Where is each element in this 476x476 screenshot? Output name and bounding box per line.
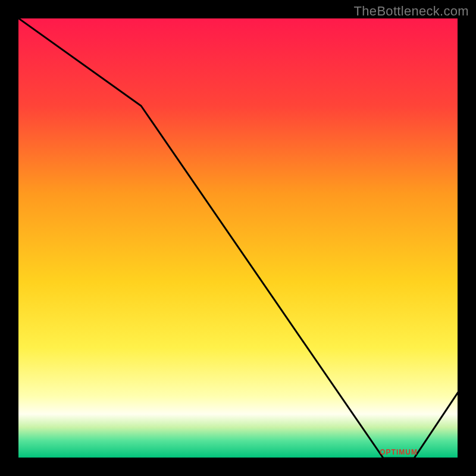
optimum-label: OPTIMUM [380,448,418,456]
chart-stage: TheBottleneck.com OPTIMUM [0,0,476,476]
plot-area: OPTIMUM [18,18,458,458]
gradient-background [18,18,458,458]
attribution-text: TheBottleneck.com [354,4,469,19]
chart-svg: OPTIMUM [18,18,458,458]
